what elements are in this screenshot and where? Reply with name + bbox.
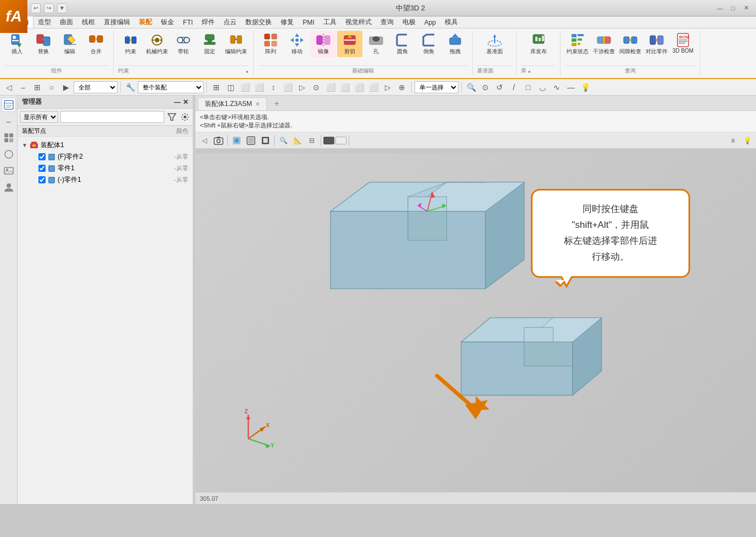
ribbon-btn-move[interactable]: 移动 bbox=[284, 31, 310, 57]
ribbon-btn-constraint[interactable]: 约束 bbox=[118, 31, 143, 57]
ribbon-btn-constraint-status[interactable]: 约束状态 bbox=[565, 31, 590, 57]
library-expand-icon[interactable]: ⬧ bbox=[528, 68, 531, 74]
toolbar2-btn-line[interactable]: — bbox=[564, 81, 578, 94]
manager-search-input[interactable] bbox=[60, 111, 164, 123]
side-minus-icon[interactable]: – bbox=[2, 114, 16, 128]
menu-modeling[interactable]: 造型 bbox=[33, 16, 55, 28]
toolbar2-view7[interactable]: ▷ bbox=[295, 81, 309, 94]
ribbon-btn-round[interactable]: 圆角 bbox=[390, 31, 415, 57]
ribbon-btn-interfere[interactable]: 干涉检查 bbox=[591, 31, 617, 57]
menu-visual[interactable]: 视觉样式 bbox=[341, 16, 376, 28]
toolbar2-btn-rect[interactable]: □ bbox=[522, 81, 535, 94]
tree-checkbox-part1-2[interactable] bbox=[38, 176, 46, 183]
ribbon-btn-bom[interactable]: BOM 3D BOM bbox=[670, 31, 696, 55]
ribbon-btn-hole[interactable]: 孔 bbox=[363, 31, 389, 57]
toolbar2-view8[interactable]: ⊙ bbox=[310, 81, 323, 94]
toolbar2-btn2[interactable]: – bbox=[16, 81, 30, 94]
ribbon-btn-publish[interactable]: 库发布 bbox=[526, 31, 551, 57]
manager-minimize-btn[interactable]: — bbox=[174, 98, 181, 106]
tree-checkbox-part1[interactable] bbox=[38, 165, 46, 172]
toolbar2-view11[interactable]: ⬜ bbox=[352, 81, 366, 94]
manager-close-btn[interactable]: ✕ bbox=[183, 98, 188, 106]
vp-light-btn[interactable]: 💡 bbox=[741, 134, 754, 147]
vp-section-btn[interactable]: ⊟ bbox=[305, 134, 318, 147]
filter-select[interactable]: 全部 bbox=[74, 81, 117, 93]
side-image-icon[interactable] bbox=[2, 164, 16, 178]
side-circle-icon[interactable] bbox=[2, 147, 16, 161]
vp-render3[interactable]: 🔲 bbox=[259, 134, 272, 147]
tree-node-assembly[interactable]: ▼ 装配体1 bbox=[20, 139, 191, 151]
toolbar2-view3[interactable]: ⬜ bbox=[238, 81, 251, 94]
canvas-area[interactable]: Z Y X 同时按住键盘 "shift+Alt"，并用鼠 标左键选择零部件后进 … bbox=[195, 153, 756, 492]
vp-zoom-btn[interactable]: 🔍 bbox=[277, 134, 290, 147]
tree-node-part2[interactable]: (F)零件2 -从零 bbox=[20, 151, 191, 163]
tree-node-part1[interactable]: 零件1 -从零 bbox=[20, 163, 191, 174]
ribbon-btn-mech-constraint[interactable]: 机械约束 bbox=[144, 31, 170, 57]
vp-more-btn[interactable]: ≡ bbox=[726, 134, 740, 147]
vp-measure-btn[interactable]: 📐 bbox=[291, 134, 304, 147]
tab-assembly[interactable]: 装配体1.Z3ASM ✕ bbox=[198, 97, 267, 110]
ribbon-btn-gap[interactable]: 间隙检查 bbox=[618, 31, 643, 57]
close-button[interactable]: ✕ bbox=[741, 3, 752, 14]
menu-surface[interactable]: 曲面 bbox=[55, 16, 77, 28]
menu-weld[interactable]: 焊件 bbox=[197, 16, 219, 28]
redo-icon[interactable]: ↪ bbox=[44, 3, 54, 13]
ribbon-btn-cut[interactable]: 剪切 bbox=[337, 31, 362, 57]
menu-tools[interactable]: 工具 bbox=[319, 16, 341, 28]
more-icon[interactable]: ▼ bbox=[57, 3, 67, 13]
menu-pmi[interactable]: PMI bbox=[298, 18, 318, 27]
toolbar2-view2[interactable]: ◫ bbox=[224, 81, 237, 94]
ribbon-btn-edit-constraint[interactable]: 编辑约束 bbox=[223, 31, 249, 57]
show-all-select[interactable]: 显示所有 bbox=[20, 111, 58, 123]
menu-repair[interactable]: 修复 bbox=[276, 16, 298, 28]
side-manager-icon[interactable] bbox=[2, 98, 16, 112]
ribbon-btn-insert[interactable]: 插入 bbox=[4, 31, 30, 57]
tree-node-part1-2[interactable]: (-)零件1 -从零 bbox=[20, 174, 191, 186]
ribbon-btn-array[interactable]: 阵列 bbox=[258, 31, 283, 57]
menu-mold[interactable]: 模具 bbox=[440, 16, 462, 28]
toolbar2-grid-btn[interactable]: ⊞ bbox=[31, 81, 44, 94]
tree-checkbox-part2[interactable] bbox=[38, 153, 46, 160]
toolbar2-view10[interactable]: ⬜ bbox=[338, 81, 351, 94]
vp-color-btn[interactable] bbox=[323, 137, 334, 144]
toolbar2-btn-light[interactable]: 💡 bbox=[579, 81, 592, 94]
manager-header-buttons[interactable]: — ✕ bbox=[174, 98, 188, 106]
toolbar2-view4[interactable]: ⬜ bbox=[253, 81, 266, 94]
menu-dataexchange[interactable]: 数据交换 bbox=[241, 16, 276, 28]
ribbon-btn-belt[interactable]: 带轮 bbox=[171, 31, 196, 57]
side-user-icon[interactable] bbox=[2, 180, 16, 194]
ribbon-btn-merge[interactable]: + 合并 bbox=[83, 31, 109, 57]
toolbar2-circle-btn[interactable]: ○ bbox=[45, 81, 58, 94]
menu-sheetmetal[interactable]: 钣金 bbox=[156, 16, 178, 28]
settings-btn[interactable] bbox=[180, 111, 191, 122]
menu-direct-edit[interactable]: 直接编辑 bbox=[99, 16, 135, 28]
toolbar2-view14[interactable]: ⊕ bbox=[395, 81, 408, 94]
toolbar2-view1[interactable]: ⊞ bbox=[210, 81, 223, 94]
menu-assembly[interactable]: 装配 bbox=[135, 16, 156, 28]
toolbar2-view13[interactable]: ▷ bbox=[381, 81, 394, 94]
ribbon-btn-fix[interactable]: 固定 bbox=[197, 31, 222, 57]
selection-select[interactable]: 单一选择 bbox=[415, 81, 458, 93]
constraint-expand-icon[interactable]: ⬧ bbox=[245, 68, 249, 74]
toolbar2-btn-wave[interactable]: ∿ bbox=[550, 81, 563, 94]
menu-electrode[interactable]: 电极 bbox=[398, 16, 420, 28]
side-grid-icon[interactable] bbox=[2, 131, 16, 145]
menu-wireframe[interactable]: 线框 bbox=[77, 16, 99, 28]
ribbon-btn-mirror[interactable]: 镜像 bbox=[311, 31, 336, 57]
ribbon-btn-compare[interactable]: ≠ 对比零件 bbox=[644, 31, 669, 57]
ribbon-btn-datum[interactable]: 基准面 bbox=[482, 31, 507, 57]
toolbar2-view9[interactable]: ⬜ bbox=[324, 81, 337, 94]
config-select[interactable]: 整个装配 bbox=[138, 81, 204, 93]
toolbar2-view12[interactable]: ⬜ bbox=[367, 81, 380, 94]
maximize-button[interactable]: □ bbox=[727, 3, 738, 14]
vp-render1[interactable] bbox=[230, 134, 243, 147]
toolbar2-btn-arc[interactable]: ◡ bbox=[536, 81, 549, 94]
menu-fti[interactable]: FTI bbox=[178, 18, 197, 27]
toolbar2-btn-rotate[interactable]: ↺ bbox=[493, 81, 506, 94]
window-controls[interactable]: — □ ✕ bbox=[714, 3, 752, 14]
vp-render2[interactable] bbox=[244, 134, 257, 147]
menu-query[interactable]: 查询 bbox=[376, 16, 398, 28]
tree-toggle-assembly[interactable]: ▼ bbox=[22, 142, 30, 148]
toolbar2-btn-more[interactable]: ⊙ bbox=[479, 81, 492, 94]
undo-icon[interactable]: ↩ bbox=[31, 3, 41, 13]
